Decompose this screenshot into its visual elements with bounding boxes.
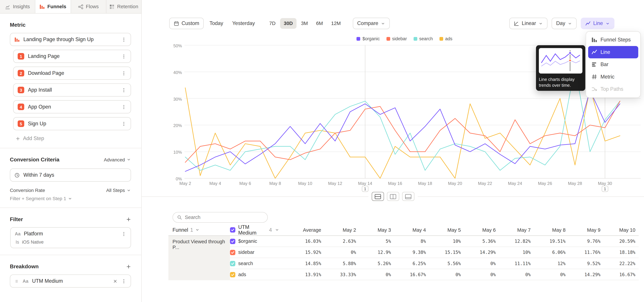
- filter-property-name: Platform: [24, 231, 43, 236]
- compare-label: Compare: [357, 20, 378, 26]
- add-breakdown-icon[interactable]: [126, 264, 131, 269]
- funnel-step-card[interactable]: 3App Install: [13, 84, 131, 96]
- table-row[interactable]: sidebar15.92%0%12.9%9.38%15.15%14.29%10%…: [230, 247, 639, 258]
- day-label: Day: [556, 20, 565, 26]
- funnel-step-card[interactable]: 5Sign Up: [13, 117, 131, 130]
- funnel-column-header[interactable]: Funnel 1: [168, 227, 230, 233]
- table-row[interactable]: $organic16.03%2.63%5%8%10%5.36%12.82%19.…: [230, 236, 639, 247]
- compare-button[interactable]: Compare: [353, 18, 390, 29]
- row-checkbox[interactable]: [230, 261, 235, 266]
- menu-item-funnel-steps[interactable]: Funnel Steps: [588, 34, 638, 46]
- kebab-icon[interactable]: [121, 231, 126, 236]
- breakdown-table: Funnel 1 UTM Medium 4 Average May 2May 3…: [168, 224, 639, 280]
- step-number-badge: 3: [18, 87, 24, 93]
- breakdown-column-header[interactable]: UTM Medium 4: [230, 224, 279, 236]
- x-tick-label: May 16: [388, 181, 402, 186]
- chevron-down-icon: [126, 188, 131, 192]
- all-steps-select[interactable]: All Steps: [106, 188, 131, 192]
- menu-item-line[interactable]: Line: [588, 46, 638, 58]
- search-input[interactable]: [185, 214, 263, 220]
- funnel-metric-card[interactable]: Landing Page through Sign Up: [10, 33, 131, 46]
- y-tick-label: 20%: [168, 123, 182, 128]
- step-number-badge: 5: [18, 120, 24, 127]
- y-tick-label: 50%: [168, 43, 182, 48]
- tab-insights[interactable]: Insights: [0, 0, 36, 13]
- funnel-step-card[interactable]: 4App Open: [13, 100, 131, 114]
- table-row[interactable]: ads13.91%33.33%0%16.67%0%0%0%0%14.29%16.…: [230, 269, 639, 280]
- divider: [0, 255, 141, 255]
- check-icon: [231, 250, 234, 254]
- breakdown-card[interactable]: Aa UTM Medium: [10, 274, 131, 288]
- granularity-select[interactable]: Day: [552, 18, 577, 29]
- search-icon: [177, 215, 182, 220]
- conversion-window-card[interactable]: Within 7 days: [10, 168, 131, 182]
- search-bar[interactable]: [172, 212, 268, 223]
- x-tick-label: May 20: [448, 181, 462, 186]
- row-checkbox[interactable]: [230, 272, 235, 277]
- row-value-cell: 0%: [360, 272, 394, 277]
- kebab-icon[interactable]: [121, 278, 126, 284]
- advanced-toggle[interactable]: Advanced: [104, 157, 131, 162]
- filter-value[interactable]: iOS Native: [22, 240, 44, 244]
- row-value-cell: 6.25%: [394, 261, 429, 266]
- add-step-button[interactable]: Add Step: [16, 136, 131, 141]
- row-checkbox[interactable]: [230, 238, 235, 244]
- annotation-badge[interactable]: 1: [362, 186, 368, 192]
- row-checkbox[interactable]: [230, 250, 235, 255]
- menu-item-metric[interactable]: Metric: [588, 71, 638, 83]
- tab-funnels[interactable]: Funnels: [36, 0, 71, 13]
- layout-split-horizontal-button[interactable]: [372, 192, 384, 201]
- row-value-cell: 11.76%: [569, 250, 604, 255]
- check-icon: [231, 228, 234, 232]
- filter-operator[interactable]: Is: [16, 240, 19, 244]
- funnel-step-card[interactable]: 2Download Page: [13, 66, 131, 80]
- add-filter-icon[interactable]: [126, 217, 131, 222]
- kebab-icon[interactable]: [121, 37, 126, 42]
- range-30d[interactable]: 30D: [280, 18, 296, 29]
- kebab-icon: [121, 87, 126, 92]
- close-icon[interactable]: [113, 279, 118, 284]
- x-tick-label: May 22: [478, 181, 492, 186]
- table-row[interactable]: search14.85%5.88%5.26%6.25%5.56%0%11.11%…: [230, 258, 639, 269]
- row-value-cell: 0%: [464, 261, 499, 266]
- chevron-down-icon: [538, 21, 543, 26]
- divider: [0, 148, 141, 148]
- funnel-step-card[interactable]: 1Landing Page: [13, 50, 131, 63]
- annotation-badge[interactable]: 1: [602, 186, 608, 192]
- drag-handle-icon[interactable]: [14, 279, 19, 284]
- row-value-cell: 16.67%: [394, 272, 429, 277]
- tab-flows[interactable]: Flows: [71, 0, 106, 13]
- date-column-header: May 4: [394, 227, 429, 233]
- layout-full-button[interactable]: [402, 192, 414, 201]
- chart-settings-group: Linear Day Line: [510, 18, 614, 29]
- menu-item-bar[interactable]: Bar: [588, 58, 638, 71]
- chevron-down-icon: [568, 21, 572, 26]
- funnel-icon: [14, 37, 20, 42]
- range-6m[interactable]: 6M: [312, 18, 327, 29]
- layout-split-vertical-button[interactable]: [387, 192, 399, 201]
- chart-type-select[interactable]: Line: [581, 18, 614, 29]
- row-value-cell: 0%: [464, 272, 499, 277]
- row-value-cell: 18.18%: [604, 250, 639, 255]
- line-chart-icon: [586, 21, 591, 26]
- yesterday-button[interactable]: Yesterday: [229, 18, 258, 29]
- date-column-header: May 6: [464, 227, 499, 233]
- range-3m[interactable]: 3M: [297, 18, 312, 29]
- custom-date-button[interactable]: Custom: [169, 18, 204, 29]
- x-tick-label: May 12: [328, 181, 342, 186]
- today-button[interactable]: Today: [206, 18, 226, 29]
- x-tick-label: May 6: [239, 181, 251, 186]
- tab-retention[interactable]: Retention: [106, 0, 142, 13]
- filter-segment-toggle[interactable]: Filter + Segment on Step 1: [10, 196, 131, 201]
- select-all-checkbox[interactable]: [230, 227, 235, 232]
- chevron-down-icon: [606, 21, 610, 26]
- line-chart-preview: [539, 48, 582, 74]
- range-7d[interactable]: 7D: [266, 18, 279, 29]
- range-12m[interactable]: 12M: [328, 18, 344, 29]
- filter-card[interactable]: Aa Platform Is iOS Native: [10, 227, 131, 248]
- funnel-group-cell[interactable]: Product Viewed through P...: [168, 236, 230, 280]
- retention-icon: [109, 4, 115, 9]
- sidebar: Metric Landing Page through Sign Up 1Lan…: [0, 14, 142, 302]
- scale-select[interactable]: Linear: [510, 18, 548, 29]
- linear-label: Linear: [522, 20, 536, 26]
